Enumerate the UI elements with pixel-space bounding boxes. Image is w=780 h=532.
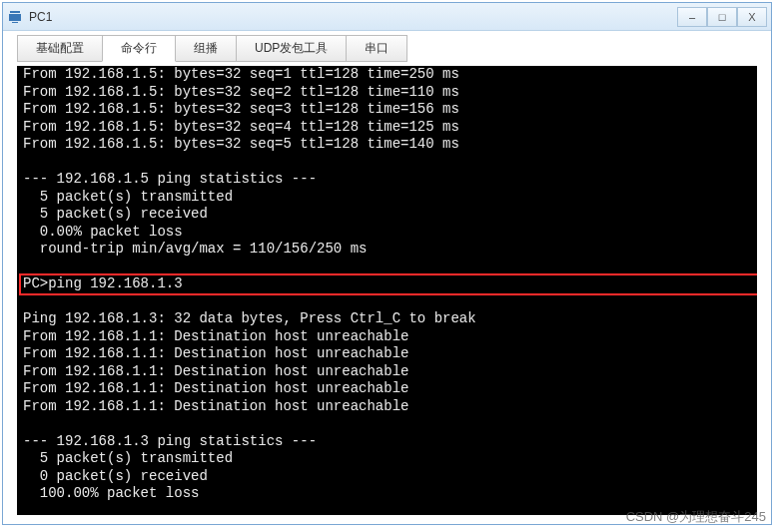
maximize-button[interactable]: □ xyxy=(707,7,737,27)
terminal-line: From 192.168.1.1: Destination host unrea… xyxy=(23,328,751,346)
tab-command-line[interactable]: 命令行 xyxy=(102,35,176,62)
terminal-line: PC>ping 192.168.1.3 xyxy=(23,275,751,293)
tab-basic-config[interactable]: 基础配置 xyxy=(17,35,103,62)
window-controls: – □ X xyxy=(677,7,767,27)
terminal-line: Ping 192.168.1.3: 32 data bytes, Press C… xyxy=(23,310,751,328)
terminal-line: --- 192.168.1.5 ping statistics --- xyxy=(23,171,751,189)
tab-multicast[interactable]: 组播 xyxy=(175,35,237,62)
terminal-line xyxy=(23,154,751,172)
tab-udp-tool[interactable]: UDP发包工具 xyxy=(236,35,347,62)
terminal-line: From 192.168.1.1: Destination host unrea… xyxy=(23,380,751,398)
close-button[interactable]: X xyxy=(737,7,767,27)
terminal-line: From 192.168.1.5: bytes=32 seq=1 ttl=128… xyxy=(23,66,751,84)
terminal-output[interactable]: From 192.168.1.5: bytes=32 seq=1 ttl=128… xyxy=(17,66,757,515)
terminal-line: --- 192.168.1.3 ping statistics --- xyxy=(23,433,751,451)
terminal-line xyxy=(23,415,751,433)
minimize-button[interactable]: – xyxy=(677,7,707,27)
terminal-line: 5 packet(s) transmitted xyxy=(23,189,751,207)
terminal-line: 100.00% packet loss xyxy=(23,485,751,503)
terminal-line xyxy=(23,259,751,276)
terminal-line: 0 packet(s) received xyxy=(23,468,751,486)
terminal-line: From 192.168.1.5: bytes=32 seq=2 ttl=128… xyxy=(23,84,751,102)
terminal-line: From 192.168.1.5: bytes=32 seq=4 ttl=128… xyxy=(23,119,751,137)
terminal-line: 5 packet(s) received xyxy=(23,206,751,224)
terminal-line: 0.00% packet loss xyxy=(23,224,751,242)
tab-bar: 基础配置 命令行 组播 UDP发包工具 串口 xyxy=(3,31,771,62)
terminal-line: From 192.168.1.1: Destination host unrea… xyxy=(23,345,751,363)
app-icon xyxy=(7,9,23,25)
terminal-line: From 192.168.1.1: Destination host unrea… xyxy=(23,398,751,416)
app-window: PC1 – □ X 基础配置 命令行 组播 UDP发包工具 串口 From 19… xyxy=(2,2,772,525)
terminal-line: From 192.168.1.5: bytes=32 seq=5 ttl=128… xyxy=(23,136,751,154)
terminal-line: 5 packet(s) transmitted xyxy=(23,450,751,468)
terminal-line: round-trip min/avg/max = 110/156/250 ms xyxy=(23,241,751,259)
terminal-container: From 192.168.1.5: bytes=32 seq=1 ttl=128… xyxy=(17,66,757,515)
terminal-line: From 192.168.1.5: bytes=32 seq=3 ttl=128… xyxy=(23,101,751,119)
titlebar: PC1 – □ X xyxy=(3,3,771,31)
terminal-line xyxy=(23,293,751,311)
watermark: CSDN @为理想奋斗245 xyxy=(626,508,766,526)
terminal-line: From 192.168.1.1: Destination host unrea… xyxy=(23,363,751,381)
tab-serial[interactable]: 串口 xyxy=(346,35,407,62)
window-title: PC1 xyxy=(29,10,677,24)
